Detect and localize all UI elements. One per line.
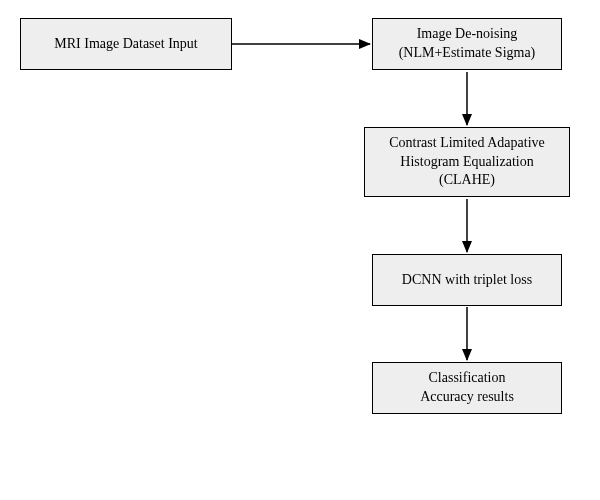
node-results: Classification Accuracy results xyxy=(372,362,562,414)
node-clahe: Contrast Limited Adapative Histogram Equ… xyxy=(364,127,570,197)
node-denoise: Image De-noising (NLM+Estimate Sigma) xyxy=(372,18,562,70)
node-clahe-line-3: (CLAHE) xyxy=(389,171,545,190)
node-input-line-1: MRI Image Dataset Input xyxy=(54,35,197,54)
node-dcnn-line-1: DCNN with triplet loss xyxy=(402,271,532,290)
edges-layer xyxy=(0,0,600,500)
node-clahe-line-1: Contrast Limited Adapative xyxy=(389,134,545,153)
flowchart-canvas: MRI Image Dataset Input Image De-noising… xyxy=(0,0,600,500)
node-results-line-1: Classification xyxy=(420,369,514,388)
node-dcnn: DCNN with triplet loss xyxy=(372,254,562,306)
node-denoise-line-1: Image De-noising xyxy=(399,25,536,44)
node-input: MRI Image Dataset Input xyxy=(20,18,232,70)
node-results-line-2: Accuracy results xyxy=(420,388,514,407)
node-denoise-line-2: (NLM+Estimate Sigma) xyxy=(399,44,536,63)
node-clahe-line-2: Histogram Equalization xyxy=(389,153,545,172)
